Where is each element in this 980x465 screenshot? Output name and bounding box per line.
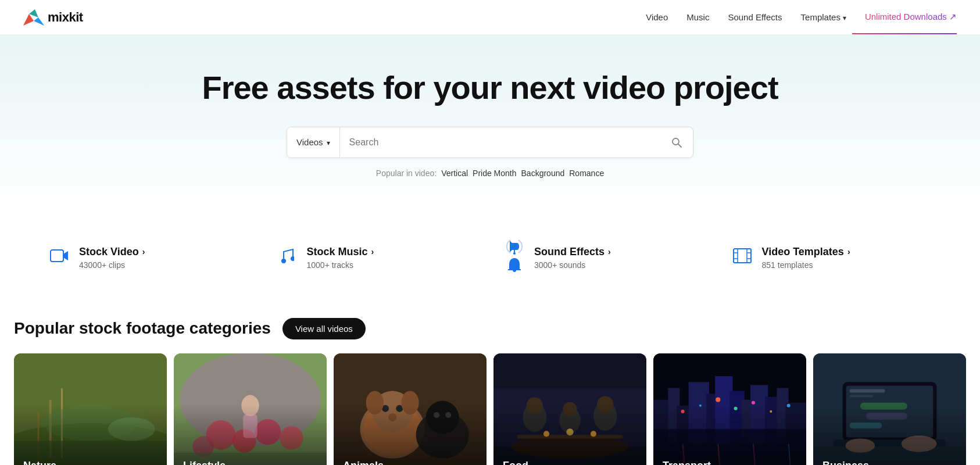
category-transport[interactable]: Transport [653, 353, 806, 465]
stock-music-info: Stock Music › 1000+ tracks [307, 246, 374, 270]
logo[interactable]: mixkit [23, 9, 83, 26]
features-section: Stock Video › 43000+ clips Stock Music ›… [0, 207, 980, 299]
unlimited-underline [852, 33, 957, 34]
navbar: mixkit Video Music Sound Effects Templat… [0, 0, 980, 35]
category-food-overlay [493, 405, 646, 465]
video-templates-icon [732, 248, 753, 268]
stock-music-title: Stock Music › [307, 246, 374, 258]
sound-effects-arrow: › [608, 247, 611, 256]
search-button[interactable] [660, 127, 693, 158]
dropdown-chevron-icon [327, 137, 330, 147]
nav-music[interactable]: Music [686, 12, 709, 22]
tag-pride-month[interactable]: Pride Month [473, 169, 516, 178]
categories-header: Popular stock footage categories View al… [14, 318, 966, 339]
search-input[interactable] [340, 127, 660, 158]
category-animals[interactable]: Animals [334, 353, 487, 465]
nav-sound-effects[interactable]: Sound Effects [728, 12, 782, 22]
navbar-nav: Video Music Sound Effects Templates Unli… [646, 12, 957, 23]
svg-point-6 [281, 259, 286, 263]
nav-unlimited[interactable]: Unlimited Downloads ↗ [865, 12, 957, 23]
category-food[interactable]: Food [493, 353, 646, 465]
sound-effects-subtitle: 3000+ sounds [534, 260, 611, 270]
popular-tags: Popular in video: Vertical Pride Month B… [23, 169, 957, 178]
category-lifestyle-label: Lifestyle [183, 460, 226, 465]
category-animals-label: Animals [343, 460, 384, 465]
stock-video-icon [49, 248, 70, 268]
category-business-label: Business [822, 460, 869, 465]
hero-section: Free assets for your next video project … [0, 35, 980, 207]
svg-rect-9 [514, 246, 515, 253]
feature-video-templates[interactable]: Video Templates › 851 templates [718, 228, 946, 288]
category-lifestyle-overlay [174, 405, 327, 465]
stock-video-info: Stock Video › 43000+ clips [79, 246, 145, 270]
svg-point-7 [291, 256, 294, 261]
svg-rect-91 [850, 395, 873, 397]
search-container: Videos [23, 127, 957, 158]
categories-section: Popular stock footage categories View al… [0, 299, 980, 465]
feature-stock-music[interactable]: Stock Music › 1000+ tracks [263, 228, 491, 288]
nav-video[interactable]: Video [646, 12, 668, 22]
search-icon [671, 137, 682, 148]
category-food-label: Food [503, 460, 528, 465]
search-type-dropdown[interactable]: Videos [287, 127, 340, 158]
search-box: Videos [287, 127, 693, 158]
category-nature-label: Nature [23, 460, 56, 465]
popular-label: Popular in video: [376, 169, 437, 178]
stock-music-icon [277, 247, 298, 269]
stock-video-title: Stock Video › [79, 246, 145, 258]
category-business-overlay [813, 405, 966, 465]
svg-marker-0 [23, 14, 34, 26]
sound-effects-icon [504, 237, 525, 278]
logo-icon [23, 9, 44, 26]
stock-video-subtitle: 43000+ clips [79, 260, 145, 270]
video-templates-arrow: › [847, 247, 850, 256]
stock-music-subtitle: 1000+ tracks [307, 260, 374, 270]
tag-romance[interactable]: Romance [569, 169, 604, 178]
category-nature[interactable]: Nature [14, 353, 167, 465]
category-transport-overlay [653, 405, 806, 465]
categories-title: Popular stock footage categories [14, 319, 271, 338]
video-templates-info: Video Templates › 851 templates [762, 246, 850, 270]
tag-vertical[interactable]: Vertical [441, 169, 468, 178]
feature-stock-video[interactable]: Stock Video › 43000+ clips [35, 228, 263, 288]
hero-title: Free assets for your next video project [23, 70, 957, 106]
view-all-button[interactable]: View all videos [282, 318, 366, 339]
svg-point-78 [716, 397, 720, 402]
category-animals-overlay [334, 405, 487, 465]
category-transport-label: Transport [663, 460, 711, 465]
svg-point-3 [673, 138, 679, 145]
stock-music-arrow: › [371, 247, 374, 256]
svg-rect-10 [734, 249, 751, 263]
svg-rect-5 [51, 250, 63, 262]
svg-marker-2 [34, 17, 44, 26]
search-type-label: Videos [296, 137, 323, 147]
category-lifestyle[interactable]: Lifestyle [174, 353, 327, 465]
feature-sound-effects[interactable]: Sound Effects › 3000+ sounds [490, 228, 718, 288]
sound-effects-title: Sound Effects › [534, 246, 611, 258]
svg-rect-90 [850, 389, 885, 392]
sound-effects-info: Sound Effects › 3000+ sounds [534, 246, 611, 270]
category-nature-overlay [14, 405, 167, 465]
video-templates-subtitle: 851 templates [762, 260, 850, 270]
category-business[interactable]: Business [813, 353, 966, 465]
nav-templates[interactable]: Templates [801, 12, 846, 22]
categories-grid: Nature [14, 353, 966, 465]
templates-chevron-icon [843, 12, 846, 22]
video-templates-title: Video Templates › [762, 246, 850, 258]
tag-background[interactable]: Background [521, 169, 565, 178]
logo-text: mixkit [48, 10, 83, 25]
svg-point-80 [752, 400, 755, 404]
svg-line-4 [678, 144, 681, 147]
stock-video-arrow: › [142, 247, 145, 256]
